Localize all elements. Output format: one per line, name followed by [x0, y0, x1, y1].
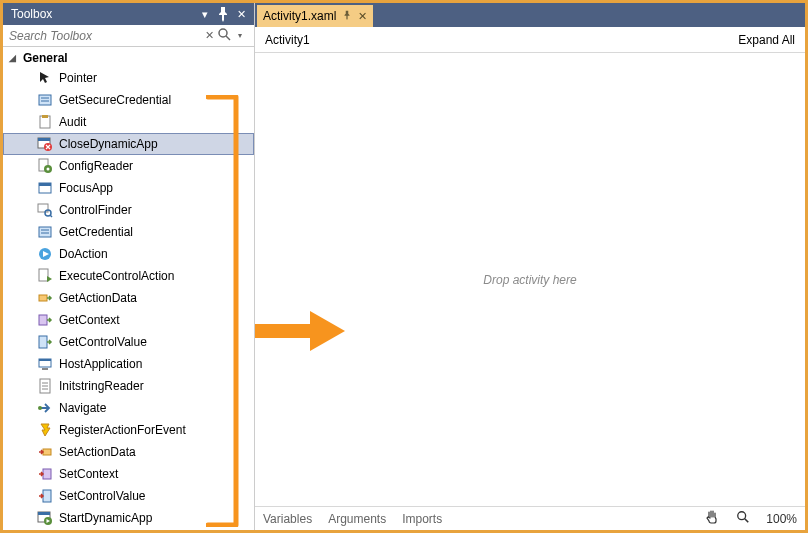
svg-point-44: [738, 512, 746, 520]
toolbox-item[interactable]: StartDynamicApp: [3, 507, 254, 529]
svg-rect-26: [39, 315, 47, 325]
pan-icon[interactable]: [704, 509, 720, 528]
action-icon: [37, 246, 53, 262]
svg-line-1: [226, 36, 230, 40]
search-input[interactable]: [9, 29, 202, 43]
toolbox-item-label: GetControlValue: [59, 335, 147, 349]
toolbox-group-header[interactable]: ◢ General: [3, 49, 254, 67]
svg-rect-6: [42, 115, 48, 118]
svg-rect-29: [39, 359, 51, 361]
toolbox-item[interactable]: GetCredential: [3, 221, 254, 243]
tab-activity1[interactable]: Activity1.xaml ✕: [257, 5, 373, 27]
zoom-level[interactable]: 100%: [766, 512, 797, 526]
svg-rect-18: [39, 227, 51, 237]
search-clear-icon[interactable]: ✕: [202, 29, 216, 42]
toolbox-item[interactable]: ExecuteControlAction: [3, 265, 254, 287]
toolbox-item[interactable]: SetActionData: [3, 441, 254, 463]
toolbox-item-label: ExecuteControlAction: [59, 269, 174, 283]
toolbox-item-label: StartDynamicApp: [59, 511, 152, 525]
toolbox-item-label: DoAction: [59, 247, 108, 261]
svg-rect-27: [39, 336, 47, 348]
pin-icon[interactable]: [214, 5, 232, 23]
tab-close-icon[interactable]: ✕: [358, 10, 367, 23]
svg-point-35: [38, 406, 42, 410]
toolbox-item-label: InitstringReader: [59, 379, 144, 393]
toolbox-item-label: SetActionData: [59, 445, 136, 459]
svg-rect-30: [42, 368, 48, 370]
svg-line-45: [745, 519, 749, 523]
toolbox-item-label: Pointer: [59, 71, 97, 85]
toolbox-item[interactable]: GetSecureCredential: [3, 89, 254, 111]
toolbox-item-label: SetContext: [59, 467, 118, 481]
expand-all-link[interactable]: Expand All: [738, 33, 795, 47]
tab-pin-icon[interactable]: [342, 10, 352, 22]
window-icon: [37, 180, 53, 196]
toolbox-item[interactable]: FocusApp: [3, 177, 254, 199]
svg-rect-37: [43, 469, 51, 479]
start-app-icon: [37, 510, 53, 526]
toolbox-item[interactable]: DoAction: [3, 243, 254, 265]
svg-point-0: [219, 29, 227, 37]
toolbox-item[interactable]: Navigate: [3, 397, 254, 419]
toolbox-item-label: SetControlValue: [59, 489, 146, 503]
editor-bottom-bar: Variables Arguments Imports 100%: [255, 506, 805, 530]
value-out-icon: [37, 334, 53, 350]
toolbox-panel: Toolbox ▾ ✕ ✕ ▾ ◢ General PointerGetSecu…: [3, 3, 255, 530]
toolbox-item[interactable]: SetControlValue: [3, 485, 254, 507]
canvas-hint: Drop activity here: [483, 273, 576, 287]
zoom-icon[interactable]: [736, 510, 750, 527]
clipboard-icon: [37, 114, 53, 130]
toolbox-header: Toolbox ▾ ✕: [3, 3, 254, 25]
svg-line-17: [50, 215, 52, 217]
data-out-icon: [37, 290, 53, 306]
form-icon: [37, 92, 53, 108]
caret-down-icon: ◢: [9, 53, 19, 63]
toolbox-item-label: RegisterActionForEvent: [59, 423, 186, 437]
toolbox-tree: ◢ General PointerGetSecureCredentialAudi…: [3, 47, 254, 530]
toolbox-item[interactable]: GetContext: [3, 309, 254, 331]
toolbox-item-label: CloseDynamicApp: [59, 137, 158, 151]
bottom-link-variables[interactable]: Variables: [263, 512, 312, 526]
toolbox-item-label: GetActionData: [59, 291, 137, 305]
toolbox-item[interactable]: Audit: [3, 111, 254, 133]
toolbox-item[interactable]: Pointer: [3, 67, 254, 89]
toolbox-item[interactable]: UnregisterActionForEvent: [3, 529, 254, 530]
bottom-link-imports[interactable]: Imports: [402, 512, 442, 526]
toolbox-item[interactable]: HostApplication: [3, 353, 254, 375]
toolbox-item-label: Navigate: [59, 401, 106, 415]
toolbox-item-label: FocusApp: [59, 181, 113, 195]
toolbox-item-label: HostApplication: [59, 357, 142, 371]
toolbox-item[interactable]: RegisterActionForEvent: [3, 419, 254, 441]
gear-doc-icon: [37, 158, 53, 174]
doc-icon: [37, 378, 53, 394]
close-icon[interactable]: ✕: [232, 5, 250, 23]
search-dropdown-icon[interactable]: ▾: [232, 31, 248, 40]
toolbox-item-label: ControlFinder: [59, 203, 132, 217]
toolbox-item[interactable]: CloseDynamicApp: [3, 133, 254, 155]
svg-rect-38: [43, 490, 51, 502]
value-in-icon: [37, 488, 53, 504]
toolbox-search: ✕ ▾: [3, 25, 254, 47]
search-icon[interactable]: [216, 26, 232, 45]
breadcrumb-title[interactable]: Activity1: [265, 33, 738, 47]
form-icon: [37, 224, 53, 240]
navigate-icon: [37, 400, 53, 416]
find-icon: [37, 202, 53, 218]
toolbox-item[interactable]: GetControlValue: [3, 331, 254, 353]
toolbox-item-label: GetContext: [59, 313, 120, 327]
svg-rect-23: [39, 269, 48, 281]
toolbox-title: Toolbox: [11, 7, 196, 21]
breadcrumb: Activity1 Expand All: [255, 27, 805, 53]
toolbox-item[interactable]: GetActionData: [3, 287, 254, 309]
toolbox-menu-dropdown-icon[interactable]: ▾: [196, 5, 214, 23]
bottom-link-arguments[interactable]: Arguments: [328, 512, 386, 526]
svg-rect-14: [39, 183, 51, 186]
toolbox-item[interactable]: ControlFinder: [3, 199, 254, 221]
toolbox-item[interactable]: InitstringReader: [3, 375, 254, 397]
context-in-icon: [37, 466, 53, 482]
toolbox-item[interactable]: ConfigReader: [3, 155, 254, 177]
designer-canvas[interactable]: Drop activity here: [255, 53, 805, 506]
tab-strip: Activity1.xaml ✕: [255, 3, 805, 27]
svg-point-12: [47, 168, 50, 171]
toolbox-item[interactable]: SetContext: [3, 463, 254, 485]
